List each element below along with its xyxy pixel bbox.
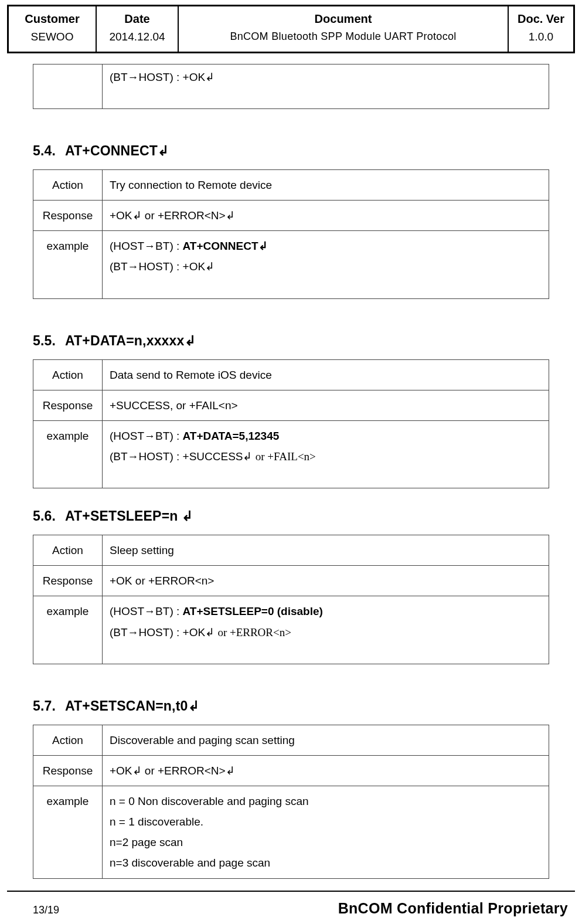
table-row: Action Sleep setting [33, 535, 549, 566]
page: Customer SEWOO Date 2014.12.04 Document … [0, 5, 582, 924]
action-value: Try connection to Remote device [103, 170, 549, 201]
header-ver-value: 1.0.0 [513, 30, 569, 43]
table-row: Response +OK or +ERROR<n> [33, 566, 549, 596]
response-value: +OK or +ERROR<n> [103, 566, 549, 596]
example-key: example [33, 231, 103, 298]
example-line4: n=3 discoverable and page scan [110, 857, 270, 869]
section-title: AT+DATA=n,xxxxx↲ [65, 333, 196, 348]
header-date-label: Date [101, 12, 173, 26]
response-value: +OK↲ or +ERROR<N>↲ [103, 755, 549, 786]
example-line1: n = 0 Non discoverable and paging scan [110, 795, 309, 807]
section-title: AT+SETSCAN=n,t0↲ [65, 698, 199, 714]
example-value: (HOST→BT) : AT+SETSLEEP=0 (disable) (BT→… [103, 596, 549, 664]
table-5-6: Action Sleep setting Response +OK or +ER… [33, 535, 549, 664]
example-value: (HOST→BT) : AT+CONNECT↲ (BT→HOST) : +OK↲ [103, 231, 549, 298]
footer: 13/19 BnCOM Confidential Proprietary [0, 892, 582, 924]
example-line1-command: AT+SETSLEEP=0 (disable) [183, 605, 323, 617]
example-line2a: (BT→HOST) : +OK↲ [110, 626, 217, 638]
table-row: (BT→HOST) : +OK↲ [33, 64, 549, 109]
section-number: 5.5. [33, 333, 56, 349]
response-key: Response [33, 390, 103, 420]
doc-header: Customer SEWOO Date 2014.12.04 Document … [7, 5, 575, 53]
table-row: example (HOST→BT) : AT+CONNECT↲ (BT→HOST… [33, 231, 549, 298]
example-value: n = 0 Non discoverable and paging scan n… [103, 786, 549, 878]
action-key: Action [33, 359, 103, 390]
response-key: Response [33, 201, 103, 231]
table-row: example (HOST→BT) : AT+SETSLEEP=0 (disab… [33, 596, 549, 664]
section-number: 5.7. [33, 698, 56, 714]
action-value: Discoverable and paging scan setting [103, 725, 549, 755]
table-5-5: Action Data send to Remote iOS device Re… [33, 359, 549, 489]
orphan-continuation-table: (BT→HOST) : +OK↲ [33, 64, 549, 109]
example-line3: n=2 page scan [110, 836, 183, 848]
action-key: Action [33, 535, 103, 566]
example-line1-command: AT+DATA=5,12345 [183, 430, 280, 442]
orphan-empty-cell [33, 64, 103, 109]
header-document-value: BnCOM Bluetooth SPP Module UART Protocol [183, 30, 503, 43]
header-ver-label: Doc. Ver [513, 12, 569, 26]
section-title: AT+SETSLEEP=n ↲ [65, 508, 193, 524]
example-value: (HOST→BT) : AT+DATA=5,12345 (BT→HOST) : … [103, 420, 549, 488]
action-value: Data send to Remote iOS device [103, 359, 549, 390]
action-value: Sleep setting [103, 535, 549, 566]
response-value: +OK↲ or +ERROR<N>↲ [103, 201, 549, 231]
table-row: Action Data send to Remote iOS device [33, 359, 549, 390]
table-row: example (HOST→BT) : AT+DATA=5,12345 (BT→… [33, 420, 549, 488]
example-key: example [33, 596, 103, 664]
response-value: +SUCCESS, or +FAIL<n> [103, 390, 549, 420]
example-line2b: or +ERROR<n> [217, 626, 291, 638]
content-area: (BT→HOST) : +OK↲ 5.4. AT+CONNECT↲ Action… [0, 64, 582, 879]
header-document-col: Document BnCOM Bluetooth SPP Module UART… [179, 6, 509, 52]
orphan-value-cell: (BT→HOST) : +OK↲ [103, 64, 549, 109]
response-key: Response [33, 566, 103, 596]
example-key: example [33, 420, 103, 488]
section-number: 5.4. [33, 143, 56, 159]
table-5-7: Action Discoverable and paging scan sett… [33, 725, 549, 879]
header-customer-col: Customer SEWOO [9, 6, 97, 52]
section-5-4-heading: 5.4. AT+CONNECT↲ [33, 143, 549, 159]
example-line2a: (BT→HOST) : +SUCCESS↲ [110, 450, 256, 463]
example-line2: (BT→HOST) : +OK↲ [110, 260, 215, 273]
table-row: Response +OK↲ or +ERROR<N>↲ [33, 201, 549, 231]
example-line1-prefix: (HOST→BT) : [110, 240, 183, 252]
section-5-5-heading: 5.5. AT+DATA=n,xxxxx↲ [33, 333, 549, 349]
header-date-col: Date 2014.12.04 [97, 6, 179, 52]
confidential-notice: BnCOM Confidential Proprietary [338, 900, 568, 917]
example-line2b: or +FAIL<n> [256, 450, 316, 463]
action-key: Action [33, 725, 103, 755]
section-5-7-heading: 5.7. AT+SETSCAN=n,t0↲ [33, 698, 549, 714]
table-row: Response +OK↲ or +ERROR<N>↲ [33, 755, 549, 786]
action-key: Action [33, 170, 103, 201]
table-row: Action Discoverable and paging scan sett… [33, 725, 549, 755]
header-ver-col: Doc. Ver 1.0.0 [509, 6, 573, 52]
response-key: Response [33, 755, 103, 786]
section-5-6-heading: 5.6. AT+SETSLEEP=n ↲ [33, 508, 549, 524]
example-line2: n = 1 discoverable. [110, 816, 203, 828]
section-number: 5.6. [33, 508, 56, 524]
header-date-value: 2014.12.04 [101, 30, 173, 43]
example-key: example [33, 786, 103, 878]
example-line1-command: AT+CONNECT↲ [183, 240, 268, 252]
page-number: 13/19 [33, 904, 59, 916]
example-line1-prefix: (HOST→BT) : [110, 605, 183, 617]
header-customer-value: SEWOO [13, 30, 91, 43]
section-title: AT+CONNECT↲ [65, 143, 169, 158]
table-row: example n = 0 Non discoverable and pagin… [33, 786, 549, 878]
table-5-4: Action Try connection to Remote device R… [33, 169, 549, 299]
example-line1-prefix: (HOST→BT) : [110, 430, 183, 442]
header-document-label: Document [183, 12, 503, 26]
table-row: Response +SUCCESS, or +FAIL<n> [33, 390, 549, 420]
table-row: Action Try connection to Remote device [33, 170, 549, 201]
header-customer-label: Customer [13, 12, 91, 26]
